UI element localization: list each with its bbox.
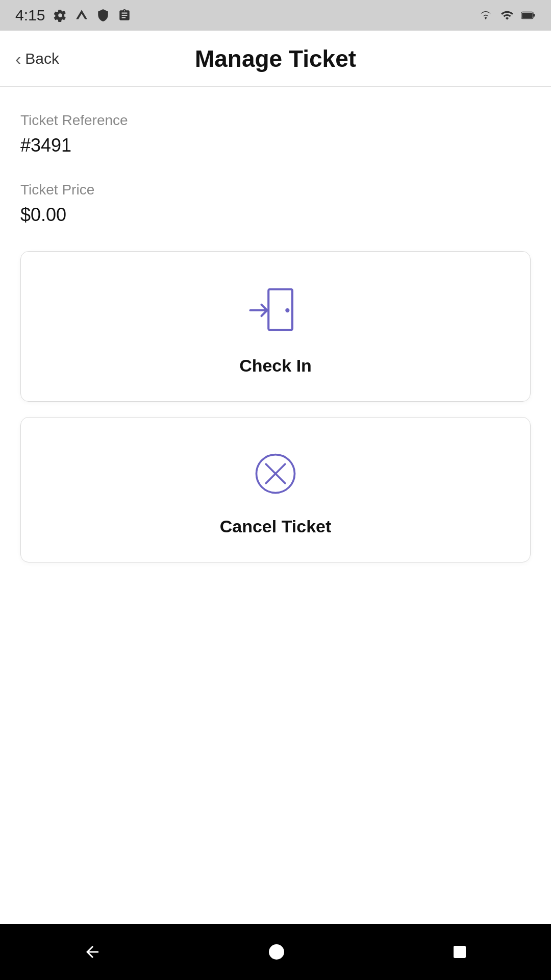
ticket-reference-section: Ticket Reference #3491 [20, 112, 531, 156]
check-in-label: Check In [239, 356, 312, 376]
svg-rect-1 [522, 13, 533, 18]
bottom-nav [0, 924, 551, 980]
ticket-price-label: Ticket Price [20, 182, 531, 198]
nav-bar: ‹ Back Manage Ticket [0, 31, 551, 87]
svg-rect-2 [533, 14, 535, 17]
back-nav-button[interactable] [68, 938, 117, 966]
recents-nav-button[interactable] [436, 939, 483, 965]
check-in-icon [247, 282, 304, 340]
status-time: 4:15 [15, 7, 45, 24]
battery-icon [521, 8, 536, 22]
back-label: Back [25, 50, 59, 67]
home-nav-button[interactable] [252, 938, 301, 966]
ticket-reference-value: #3491 [20, 135, 531, 156]
page-title: Manage Ticket [97, 45, 454, 72]
status-icons-right [479, 8, 536, 22]
signal-icon [500, 8, 514, 22]
check-in-card[interactable]: Check In [20, 251, 531, 402]
wifi-icon [479, 8, 493, 22]
shield-icon [96, 8, 110, 22]
ticket-price-section: Ticket Price $0.00 [20, 182, 531, 226]
cancel-ticket-label: Cancel Ticket [220, 517, 332, 536]
ticket-price-value: $0.00 [20, 204, 531, 226]
main-content: Ticket Reference #3491 Ticket Price $0.0… [0, 87, 551, 924]
clipboard-icon [117, 8, 132, 22]
status-icons-left [53, 8, 132, 22]
status-bar: 4:15 [0, 0, 551, 31]
svg-rect-10 [454, 946, 466, 958]
svg-point-9 [269, 944, 284, 960]
svg-point-4 [285, 308, 289, 312]
cancel-ticket-card[interactable]: Cancel Ticket [20, 417, 531, 562]
ticket-reference-label: Ticket Reference [20, 112, 531, 129]
autodesk-icon [74, 8, 89, 22]
status-bar-left: 4:15 [15, 7, 132, 24]
cancel-ticket-icon [250, 448, 301, 501]
settings-icon [53, 8, 67, 22]
back-button[interactable]: ‹ Back [15, 50, 97, 67]
back-chevron-icon: ‹ [15, 50, 21, 67]
